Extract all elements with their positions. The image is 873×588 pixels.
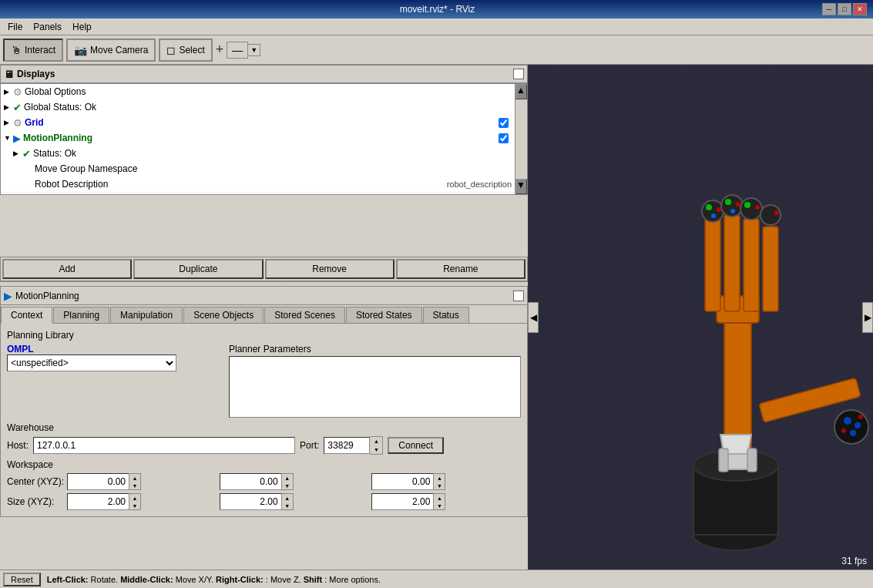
mp-checkbox[interactable]	[513, 291, 524, 301]
motionplanning-checkbox[interactable]	[499, 133, 509, 143]
center-x-down[interactable]: ▼	[129, 482, 140, 489]
minimize-button[interactable]: ─	[822, 3, 836, 15]
center-x-up[interactable]: ▲	[129, 474, 140, 482]
displays-header: 🖥 Displays	[0, 65, 528, 83]
size-z-input[interactable]	[371, 493, 433, 510]
size-y-wrap: ▲ ▼	[220, 493, 369, 510]
menu-panels[interactable]: Panels	[29, 20, 66, 34]
tree-item-grid[interactable]: ▶ ⚙ Grid	[1, 115, 515, 130]
tree-item-global-options[interactable]: ▶ ⚙ Global Options	[1, 84, 515, 99]
scroll-down-arrow[interactable]: ▼	[515, 179, 527, 194]
remove-button[interactable]: Remove	[265, 259, 395, 279]
minus-dropdown-button[interactable]: ▼	[248, 44, 260, 56]
toolbar: 🖱 Interact 📷 Move Camera ◻ Select + — ▼	[0, 35, 873, 65]
center-z-down[interactable]: ▼	[434, 482, 445, 489]
tree-item-status-ok[interactable]: ▶ ✔ Status: Ok	[1, 146, 515, 161]
tab-context[interactable]: Context	[1, 307, 52, 324]
tree-arrow-status-ok[interactable]: ▶	[13, 150, 22, 157]
tab-stored-states[interactable]: Stored States	[346, 307, 422, 323]
tree-arrow-grid[interactable]: ▶	[4, 119, 13, 126]
scroll-up-arrow[interactable]: ▲	[515, 84, 527, 99]
reset-button[interactable]: Reset	[3, 573, 41, 586]
displays-tree-scroll[interactable]: ▶ ⚙ Global Options ▶ ✔ Global Status: Ok…	[1, 84, 515, 194]
size-z-spin: ▲ ▼	[433, 493, 445, 510]
tab-manipulation[interactable]: Manipulation	[110, 307, 183, 323]
center-z-input[interactable]	[371, 473, 433, 490]
motion-icon: ▶	[13, 133, 21, 144]
svg-rect-8	[724, 215, 740, 311]
workspace-grid: Center (XYZ): ▲ ▼ ▲ ▼	[7, 473, 521, 510]
collapse-handle[interactable]: ◀	[528, 302, 539, 333]
grid-checkbox[interactable]	[499, 118, 509, 128]
close-button[interactable]: ✕	[853, 3, 867, 15]
motionplanning-label: MotionPlanning	[23, 133, 261, 143]
select-icon: ◻	[166, 44, 176, 56]
port-input[interactable]	[324, 437, 370, 454]
workspace-label: Workspace	[7, 459, 521, 470]
center-y-down[interactable]: ▼	[282, 482, 293, 489]
move-camera-button[interactable]: 📷 Move Camera	[66, 39, 156, 62]
planning-library-row: OMPL <unspecified> Planner Parameters	[7, 344, 521, 418]
tree-arrow-global-options[interactable]: ▶	[4, 88, 13, 96]
svg-point-21	[774, 210, 779, 215]
center-z-spin: ▲ ▼	[433, 473, 445, 490]
maximize-button[interactable]: □	[838, 3, 851, 15]
size-z-down[interactable]: ▼	[434, 502, 445, 509]
host-input[interactable]	[33, 437, 295, 454]
select-button[interactable]: ◻ Select	[159, 39, 212, 62]
displays-icon: 🖥	[4, 69, 14, 80]
viewport-3d[interactable]: ◀ ▶ 31 fps	[528, 65, 873, 570]
port-down-arrow[interactable]: ▼	[370, 445, 382, 454]
tree-scrollbar[interactable]: ▲ ▼	[515, 84, 527, 194]
tab-status[interactable]: Status	[423, 307, 469, 323]
displays-title: Displays	[17, 69, 55, 79]
size-z-up[interactable]: ▲	[434, 494, 445, 502]
connect-button[interactable]: Connect	[388, 437, 444, 454]
tree-arrow-motionplanning[interactable]: ▼	[4, 134, 13, 142]
center-x-input[interactable]	[67, 473, 129, 490]
size-y-up[interactable]: ▲	[282, 494, 293, 502]
minus-button[interactable]: —	[227, 42, 248, 59]
tree-arrow-global-status[interactable]: ▶	[4, 103, 13, 111]
status-ok-label: Status: Ok	[33, 148, 512, 159]
interact-icon: 🖱	[11, 44, 22, 56]
warehouse-row: Host: Port: ▲ ▼ Connect	[7, 436, 521, 455]
svg-point-17	[744, 202, 750, 208]
size-y-input[interactable]	[220, 493, 281, 510]
center-y-up[interactable]: ▲	[282, 474, 293, 482]
displays-checkbox[interactable]	[513, 69, 524, 79]
port-up-arrow[interactable]: ▲	[370, 437, 382, 445]
size-y-down[interactable]: ▼	[282, 502, 293, 509]
tree-item-global-status[interactable]: ▶ ✔ Global Status: Ok	[1, 99, 515, 115]
left-click-desc: Rotate.	[91, 575, 121, 584]
planner-params-col: Planner Parameters	[229, 344, 521, 418]
size-z-wrap: ▲ ▼	[371, 493, 521, 510]
svg-point-27	[855, 422, 861, 428]
left-click-label: Left-Click:	[47, 575, 89, 584]
planner-col: OMPL <unspecified>	[7, 344, 223, 371]
size-label: Size (XYZ):	[7, 496, 64, 507]
add-button[interactable]: Add	[2, 259, 132, 279]
tab-planning[interactable]: Planning	[53, 307, 109, 323]
add-display-button[interactable]: +	[216, 42, 224, 58]
tree-item-motionplanning[interactable]: ▼ ▶ MotionPlanning	[1, 130, 515, 146]
menu-help[interactable]: Help	[68, 20, 96, 34]
size-x-input[interactable]	[67, 493, 129, 510]
port-spinner: ▲ ▼	[324, 436, 383, 455]
center-x-spin: ▲ ▼	[129, 473, 141, 490]
planner-select[interactable]: <unspecified>	[7, 354, 176, 371]
tab-stored-scenes[interactable]: Stored Scenes	[264, 307, 345, 323]
expand-handle[interactable]: ▶	[862, 302, 873, 333]
menu-file[interactable]: File	[3, 20, 27, 34]
rename-button[interactable]: Rename	[396, 259, 525, 279]
center-x-wrap: ▲ ▼	[67, 473, 217, 490]
center-y-input[interactable]	[220, 473, 281, 490]
size-x-up[interactable]: ▲	[129, 494, 140, 502]
center-z-up[interactable]: ▲	[434, 474, 445, 482]
planner-params-box[interactable]	[229, 356, 521, 418]
grid-svg	[528, 65, 873, 570]
interact-button[interactable]: 🖱 Interact	[3, 39, 63, 62]
size-x-down[interactable]: ▼	[129, 502, 140, 509]
duplicate-button[interactable]: Duplicate	[133, 259, 263, 279]
tab-scene-objects[interactable]: Scene Objects	[183, 307, 264, 323]
